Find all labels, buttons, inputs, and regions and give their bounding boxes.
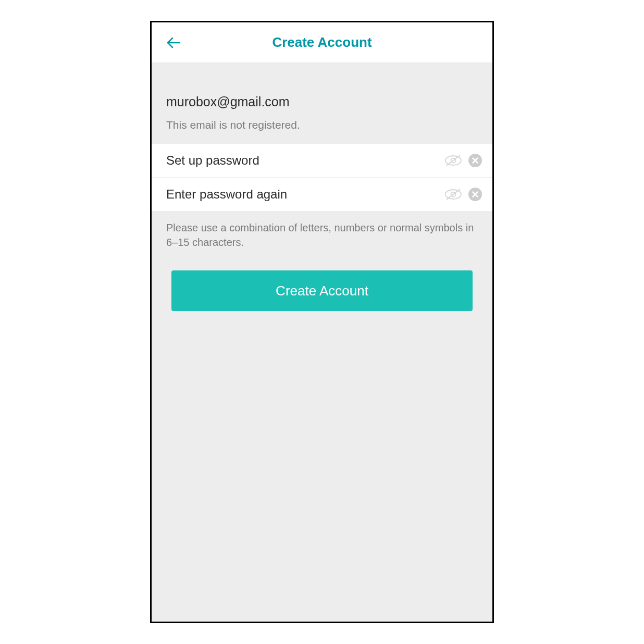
password-confirm-row <box>152 178 492 211</box>
email-section: murobox@gmail.com This email is not regi… <box>152 63 492 144</box>
back-arrow-icon <box>166 36 181 49</box>
eye-off-icon[interactable] <box>444 188 462 201</box>
password-icons <box>444 154 482 167</box>
eye-off-icon[interactable] <box>444 154 462 167</box>
password-confirm-input[interactable] <box>166 187 444 202</box>
password-row <box>152 144 492 178</box>
email-status-message: This email is not registered. <box>166 119 478 131</box>
back-button[interactable] <box>163 32 184 53</box>
app-screen: Create Account murobox@gmail.com This em… <box>150 21 494 623</box>
password-input-group <box>152 144 492 211</box>
clear-icon[interactable] <box>468 154 482 167</box>
submit-section: Create Account <box>152 264 492 317</box>
password-input[interactable] <box>166 153 444 168</box>
password-confirm-icons <box>444 188 482 201</box>
password-hint: Please use a combination of letters, num… <box>152 211 492 264</box>
create-account-button[interactable]: Create Account <box>171 270 473 311</box>
page-title: Create Account <box>152 34 492 51</box>
header: Create Account <box>152 22 492 63</box>
email-value: murobox@gmail.com <box>166 94 478 109</box>
clear-icon[interactable] <box>468 188 482 201</box>
